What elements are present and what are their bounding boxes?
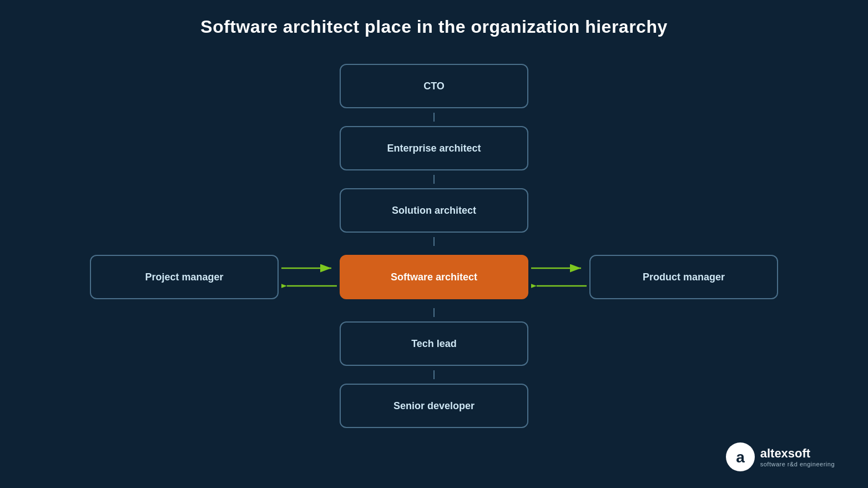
arrow-right-2: [531, 262, 587, 274]
enterprise-architect-node: Enterprise architect: [340, 126, 528, 170]
altexsoft-logo-icon: a: [726, 442, 755, 471]
senior-developer-label: Senior developer: [393, 400, 475, 412]
logo-text: altexsoft software r&d engineering: [760, 446, 835, 467]
cto-label: CTO: [423, 81, 445, 92]
project-manager-node: Project manager: [90, 255, 279, 299]
cto-node: CTO: [340, 64, 528, 108]
arrow-right-1: [281, 262, 337, 274]
connector-5: [433, 370, 435, 379]
arrows-right: [528, 262, 589, 292]
tech-lead-node: Tech lead: [340, 321, 528, 366]
solution-architect-node: Solution architect: [340, 188, 528, 233]
project-manager-label: Project manager: [145, 271, 223, 283]
logo-name: altexsoft: [760, 446, 835, 461]
logo-subtitle: software r&d engineering: [760, 461, 835, 467]
connector-2: [433, 175, 435, 184]
enterprise-architect-label: Enterprise architect: [387, 143, 481, 154]
product-manager-node: Product manager: [589, 255, 778, 299]
middle-row: Project manager: [90, 250, 778, 304]
software-architect-label: Software architect: [391, 271, 477, 283]
solution-architect-label: Solution architect: [392, 205, 476, 217]
tech-lead-label: Tech lead: [411, 338, 457, 350]
svg-text:a: a: [736, 449, 745, 466]
logo-area: a altexsoft software r&d engineering: [726, 442, 835, 471]
diagram-container: Software architect place in the organiza…: [0, 0, 868, 488]
software-architect-node: Software architect: [340, 255, 528, 299]
page-title: Software architect place in the organiza…: [200, 17, 667, 37]
arrow-left-2: [531, 280, 587, 292]
product-manager-label: Product manager: [643, 271, 725, 283]
connector-3: [433, 237, 435, 246]
arrows-left: [279, 262, 340, 292]
senior-developer-node: Senior developer: [340, 384, 528, 428]
arrow-left-1: [281, 280, 337, 292]
connector-4: [433, 308, 435, 317]
connector-1: [433, 113, 435, 122]
